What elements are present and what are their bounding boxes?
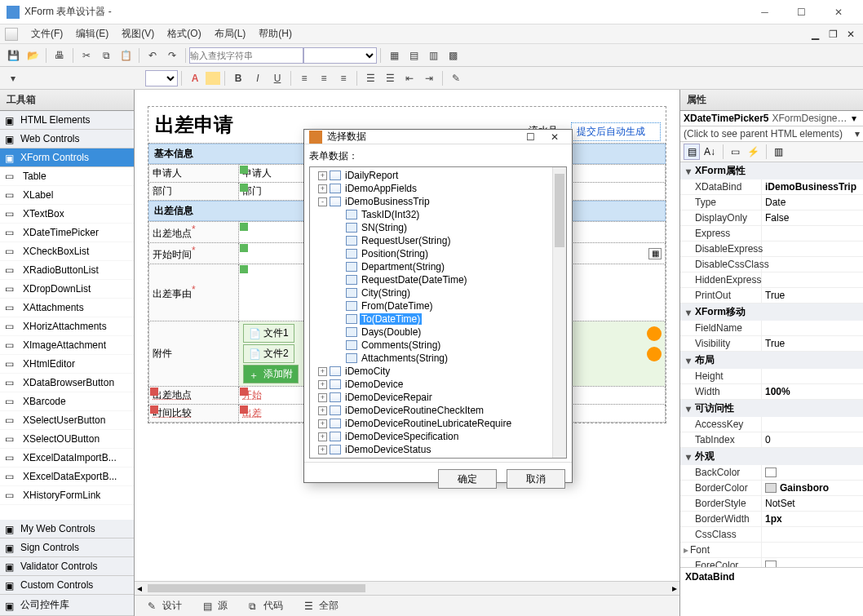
font-select[interactable] [145, 70, 178, 86]
property-value[interactable] [762, 527, 863, 542]
search-scope-select[interactable] [303, 47, 377, 64]
property-value[interactable]: Gainsboro [762, 481, 863, 495]
mdi-close-icon[interactable]: ✕ [843, 28, 858, 41]
open-button[interactable]: 📂 [24, 47, 42, 64]
collapse-icon[interactable]: ▾ [684, 451, 693, 463]
toolbox-group-active[interactable]: ▣ XForm Controls [0, 148, 134, 167]
tree-expand-icon[interactable]: + [318, 445, 327, 454]
toolbox-item[interactable]: ▭XSelectOUButton [0, 430, 134, 449]
tree-node[interactable]: +iDemoCity [312, 365, 564, 378]
tree-node[interactable]: -iDemoBusinessTrip [312, 195, 564, 208]
tree-node[interactable]: SN(String) [312, 221, 564, 234]
toolbox-item[interactable]: ▭XDataBrowserButton [0, 374, 134, 392]
toolbox-group[interactable]: ▣Validator Controls [0, 557, 134, 576]
properties-parent-link[interactable]: (Click to see parent HTML elements) ▾ [680, 126, 863, 142]
attachment-badge-icon[interactable] [647, 347, 662, 361]
tree-node[interactable]: Attachments(String) [312, 352, 564, 365]
minimize-button[interactable]: ─ [746, 1, 783, 24]
tree-node[interactable]: City(String) [312, 286, 564, 299]
properties-object-selector[interactable]: XDateTimePicker5 XFormDesigner.Fr ▾ [680, 111, 863, 126]
property-row[interactable]: HiddenExpress [680, 273, 863, 288]
tree-expand-icon[interactable]: + [318, 432, 327, 441]
indent-button[interactable]: ⇥ [420, 69, 438, 87]
menu-item[interactable]: 文件(F) [24, 25, 69, 42]
toolbox-item[interactable]: ▭XRadioButtonList [0, 261, 134, 280]
toolbox-item[interactable]: ▭XDateTimePicker [0, 224, 134, 242]
view-tab[interactable]: ☰全部 [296, 596, 347, 615]
alphabetical-button[interactable]: A↓ [701, 144, 718, 160]
toolbox-item[interactable]: ▭XHistoryFormLink [0, 486, 134, 505]
grid-toggle-button[interactable]: ▦ [385, 47, 403, 64]
property-value[interactable] [762, 273, 863, 287]
toolbox-item[interactable]: ▭XCheckBoxList [0, 242, 134, 261]
tree-expand-icon[interactable]: + [318, 171, 327, 180]
property-row[interactable]: TypeDate [680, 195, 863, 211]
toolbox-item[interactable]: ▭XSelectUserButton [0, 411, 134, 430]
collapse-icon[interactable]: ▾ [684, 355, 693, 366]
menu-item[interactable]: 视图(V) [115, 25, 161, 42]
property-value[interactable]: Date [762, 195, 863, 210]
property-value[interactable] [762, 558, 863, 567]
property-pages-button[interactable]: ▥ [770, 144, 786, 160]
collapse-icon[interactable]: ▾ [684, 307, 693, 318]
tree-expand-icon[interactable]: + [318, 367, 327, 376]
tree-node[interactable]: RequestUser(String) [312, 234, 564, 247]
toolbox-item[interactable]: ▭XHtmlEditor [0, 355, 134, 374]
property-value[interactable]: 1px [762, 512, 863, 526]
align-left-button[interactable]: ≡ [295, 69, 313, 87]
ok-button[interactable]: 确定 [438, 469, 497, 489]
app-menu-icon[interactable] [5, 28, 18, 41]
property-value[interactable]: NotSet [762, 496, 863, 511]
property-row[interactable]: AccessKey [680, 417, 863, 432]
outdent-button[interactable]: ⇤ [401, 69, 418, 87]
collapse-icon[interactable]: ▾ [684, 403, 693, 414]
property-row[interactable]: Width100% [680, 384, 863, 400]
list-ordered-button[interactable]: ☰ [361, 69, 379, 87]
property-value[interactable] [762, 543, 863, 557]
tree-node[interactable]: RequestDate(DateTime) [312, 273, 564, 286]
view-tab[interactable]: ⧉代码 [241, 596, 291, 615]
menu-item[interactable]: 帮助(H) [252, 25, 299, 42]
toolbox-item[interactable]: ▭XHorizAttachments [0, 317, 134, 336]
align-right-button[interactable]: ≡ [334, 69, 352, 87]
property-value[interactable] [762, 417, 863, 432]
toolbox-group[interactable]: ▣My Web Controls [0, 520, 134, 538]
property-row[interactable]: ForeColor [680, 558, 863, 567]
toolbox-item[interactable]: ▭XBarcode [0, 392, 134, 411]
mdi-restore-icon[interactable]: ❐ [825, 28, 840, 41]
tree-node[interactable]: Department(String) [312, 260, 564, 273]
dialog-close-button[interactable]: ✕ [542, 131, 567, 143]
tree-node[interactable]: Comments(String) [312, 339, 564, 352]
tree-node[interactable]: To(DateTime) [312, 312, 564, 326]
property-value[interactable]: True [762, 288, 863, 303]
underline-button[interactable]: U [268, 69, 286, 87]
print-button[interactable]: 🖶 [51, 47, 69, 64]
categorized-button[interactable]: ▤ [684, 144, 700, 160]
tree-node[interactable]: +iDailyReport [312, 169, 564, 182]
property-value[interactable]: iDemoBusinessTrip [762, 179, 863, 194]
toolbox-item[interactable]: ▭XExcelDataImportB... [0, 449, 134, 468]
property-category[interactable]: ▾XForm属性 [680, 162, 863, 179]
chevron-down-icon[interactable]: ▾ [855, 128, 860, 140]
attachment-file1[interactable]: 📄文件1 [243, 324, 294, 343]
tree-node[interactable]: Position(String) [312, 247, 564, 260]
attachment-file2[interactable]: 📄文件2 [243, 344, 294, 363]
forecolor-button[interactable]: A [186, 69, 204, 87]
property-value[interactable]: 100% [762, 384, 863, 399]
events-button[interactable]: ⚡ [745, 144, 761, 160]
property-row[interactable]: DisableCssClass [680, 257, 863, 273]
property-category[interactable]: ▾外观 [680, 448, 863, 465]
property-row[interactable]: PrintOutTrue [680, 288, 863, 304]
property-row[interactable]: BorderStyleNotSet [680, 496, 863, 512]
property-row[interactable]: DisableExpress [680, 242, 863, 257]
property-value[interactable] [762, 321, 863, 335]
property-value[interactable]: 0 [762, 432, 863, 447]
property-category[interactable]: ▾布局 [680, 352, 863, 369]
property-category[interactable]: ▾可访问性 [680, 400, 863, 417]
property-row[interactable]: FieldName [680, 321, 863, 336]
toolbox-item[interactable]: ▭XAttachments [0, 299, 134, 317]
paste-button[interactable]: 📋 [117, 47, 135, 64]
property-row[interactable]: BackColor [680, 465, 863, 481]
toolbox-item[interactable]: ▭XImageAttachment [0, 336, 134, 355]
menu-item[interactable]: 格式(O) [161, 25, 207, 42]
